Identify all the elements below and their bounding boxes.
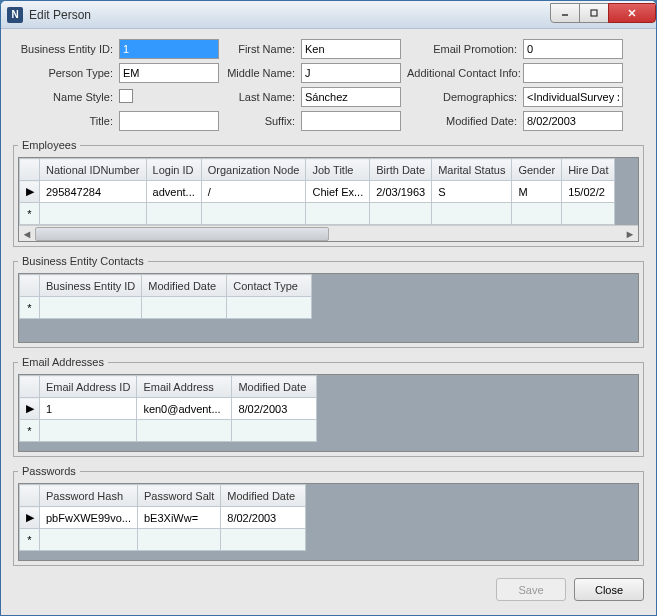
bec-section: Business Entity Contacts Business Entity… xyxy=(13,255,644,348)
close-window-button[interactable] xyxy=(608,3,656,23)
row-header-corner xyxy=(20,159,40,181)
col-mdate[interactable]: Modified Date xyxy=(232,376,317,398)
svg-rect-1 xyxy=(591,10,597,16)
cell[interactable]: pbFwXWE99vo... xyxy=(40,507,138,529)
new-row-icon: * xyxy=(20,297,40,319)
passwords-grid[interactable]: Password Hash Password Salt Modified Dat… xyxy=(19,484,306,551)
new-row-icon: * xyxy=(20,420,40,442)
label-title: Title: xyxy=(13,115,113,127)
label-nstyle: Name Style: xyxy=(13,91,113,103)
bec-legend: Business Entity Contacts xyxy=(18,255,148,267)
label-ptype: Person Type: xyxy=(13,67,113,79)
label-demo: Demographics: xyxy=(407,91,517,103)
save-button[interactable]: Save xyxy=(496,578,566,601)
cell[interactable]: S xyxy=(432,181,512,203)
passwords-legend: Passwords xyxy=(18,465,80,477)
emails-section: Email Addresses Email Address ID Email A… xyxy=(13,356,644,457)
col-email-addr[interactable]: Email Address xyxy=(137,376,232,398)
col-marital-status[interactable]: Marital Status xyxy=(432,159,512,181)
last-name-field[interactable] xyxy=(301,87,401,107)
cell[interactable]: ken0@advent... xyxy=(137,398,232,420)
col-login-id[interactable]: Login ID xyxy=(146,159,201,181)
label-fname: First Name: xyxy=(225,43,295,55)
table-row[interactable]: ▶ 1 ken0@advent... 8/02/2003 xyxy=(20,398,317,420)
modified-date-field[interactable] xyxy=(523,111,623,131)
new-row-icon: * xyxy=(20,203,40,225)
close-button[interactable]: Close xyxy=(574,578,644,601)
first-name-field[interactable] xyxy=(301,39,401,59)
cell[interactable]: / xyxy=(201,181,306,203)
col-pwhash[interactable]: Password Hash xyxy=(40,485,138,507)
col-job-title[interactable]: Job Title xyxy=(306,159,370,181)
suffix-field[interactable] xyxy=(301,111,401,131)
cell[interactable]: 15/02/2 xyxy=(562,181,615,203)
col-mdate[interactable]: Modified Date xyxy=(142,275,227,297)
label-mname: Middle Name: xyxy=(225,67,295,79)
new-row[interactable]: * xyxy=(20,420,317,442)
passwords-section: Passwords Password Hash Password Salt Mo… xyxy=(13,465,644,566)
col-beid[interactable]: Business Entity ID xyxy=(40,275,142,297)
person-form: Business Entity ID: First Name: Email Pr… xyxy=(13,39,644,131)
current-row-icon: ▶ xyxy=(20,507,40,529)
scroll-thumb[interactable] xyxy=(35,227,329,241)
label-epromo: Email Promotion: xyxy=(407,43,517,55)
current-row-icon: ▶ xyxy=(20,398,40,420)
business-entity-id-field[interactable] xyxy=(119,39,219,59)
cell[interactable]: advent... xyxy=(146,181,201,203)
current-row-icon: ▶ xyxy=(20,181,40,203)
window-title: Edit Person xyxy=(29,8,551,22)
app-icon: N xyxy=(7,7,23,23)
additional-contact-info-field[interactable] xyxy=(523,63,623,83)
maximize-button[interactable] xyxy=(579,3,609,23)
new-row[interactable]: * xyxy=(20,203,615,225)
title-field[interactable] xyxy=(119,111,219,131)
titlebar[interactable]: N Edit Person xyxy=(1,1,656,29)
col-email-id[interactable]: Email Address ID xyxy=(40,376,137,398)
col-national-id[interactable]: National IDNumber xyxy=(40,159,147,181)
col-birth-date[interactable]: Birth Date xyxy=(370,159,432,181)
employees-legend: Employees xyxy=(18,139,80,151)
label-beid: Business Entity ID: xyxy=(13,43,113,55)
label-suffix: Suffix: xyxy=(225,115,295,127)
new-row-icon: * xyxy=(20,529,40,551)
dialog-footer: Save Close xyxy=(13,574,644,601)
demographics-field[interactable] xyxy=(523,87,623,107)
label-lname: Last Name: xyxy=(225,91,295,103)
col-pwsalt[interactable]: Password Salt xyxy=(137,485,220,507)
cell[interactable]: Chief Ex... xyxy=(306,181,370,203)
middle-name-field[interactable] xyxy=(301,63,401,83)
cell[interactable]: 8/02/2003 xyxy=(221,507,306,529)
edit-person-window: N Edit Person Business Entity ID: First … xyxy=(0,0,657,616)
employees-hscrollbar[interactable]: ◄ ► xyxy=(19,225,638,241)
cell[interactable]: 2/03/1963 xyxy=(370,181,432,203)
col-hire-date[interactable]: Hire Dat xyxy=(562,159,615,181)
emails-grid[interactable]: Email Address ID Email Address Modified … xyxy=(19,375,317,442)
emails-legend: Email Addresses xyxy=(18,356,108,368)
label-aci: Additional Contact Info: xyxy=(407,67,517,79)
name-style-checkbox[interactable] xyxy=(119,89,133,103)
col-mdate[interactable]: Modified Date xyxy=(221,485,306,507)
col-gender[interactable]: Gender xyxy=(512,159,562,181)
employees-grid[interactable]: National IDNumber Login ID Organization … xyxy=(19,158,615,225)
bec-grid[interactable]: Business Entity ID Modified Date Contact… xyxy=(19,274,312,319)
scroll-left-icon[interactable]: ◄ xyxy=(19,226,35,242)
cell[interactable]: 1 xyxy=(40,398,137,420)
col-ctype[interactable]: Contact Type xyxy=(227,275,312,297)
new-row[interactable]: * xyxy=(20,529,306,551)
new-row[interactable]: * xyxy=(20,297,312,319)
minimize-button[interactable] xyxy=(550,3,580,23)
cell[interactable]: 8/02/2003 xyxy=(232,398,317,420)
email-promotion-field[interactable] xyxy=(523,39,623,59)
table-row[interactable]: ▶ 295847284 advent... / Chief Ex... 2/03… xyxy=(20,181,615,203)
table-row[interactable]: ▶ pbFwXWE99vo... bE3XiWw= 8/02/2003 xyxy=(20,507,306,529)
content-area: Business Entity ID: First Name: Email Pr… xyxy=(1,29,656,615)
cell[interactable]: bE3XiWw= xyxy=(137,507,220,529)
col-org-node[interactable]: Organization Node xyxy=(201,159,306,181)
person-type-field[interactable] xyxy=(119,63,219,83)
employees-section: Employees National IDNumber Login ID Org… xyxy=(13,139,644,247)
cell[interactable]: 295847284 xyxy=(40,181,147,203)
label-mdate: Modified Date: xyxy=(407,115,517,127)
cell[interactable]: M xyxy=(512,181,562,203)
scroll-right-icon[interactable]: ► xyxy=(622,226,638,242)
